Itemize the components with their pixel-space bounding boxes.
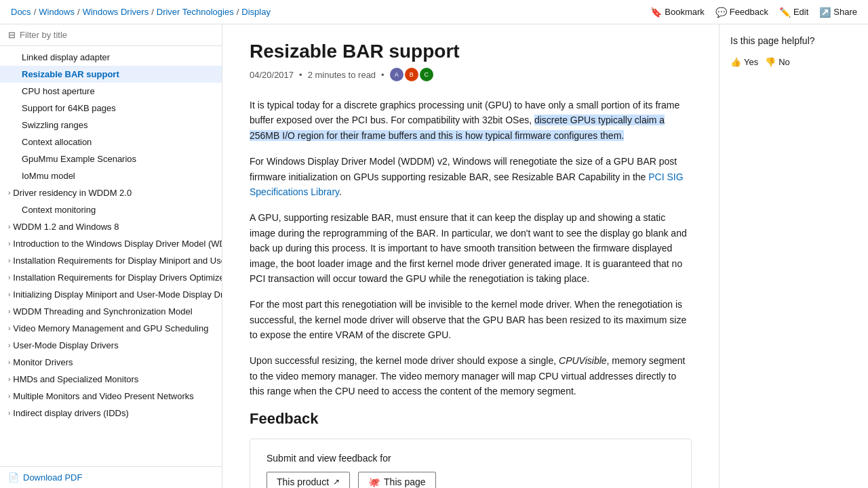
article-meta: 04/20/2017 • 2 minutes to read • A B C (250, 68, 692, 81)
sidebar-item-label: Installation Requirements for Display Dr… (13, 272, 222, 283)
article-paragraph-5: Upon successful resizing, the kernel mod… (250, 353, 692, 399)
download-pdf-label: Download PDF (23, 472, 82, 483)
sidebar-item-support-64kb[interactable]: Support for 64KB pages (0, 100, 222, 117)
share-label: Share (833, 7, 857, 17)
pdf-icon: 📄 (8, 472, 19, 483)
share-icon: ↗️ (819, 7, 831, 18)
sidebar-item-linked-display[interactable]: Linked display adapter (0, 49, 222, 66)
chevron-right-icon: › (8, 189, 10, 197)
feedback-action[interactable]: 💬 Feedback (715, 7, 768, 18)
chevron-right-icon: › (8, 223, 10, 230)
chevron-right-icon: › (8, 240, 10, 247)
feedback-submit-label: Submit and view feedback for (267, 453, 675, 464)
chevron-right-icon: › (8, 392, 10, 400)
breadcrumb-driver-technologies[interactable]: Driver Technologies (157, 7, 234, 17)
breadcrumb-windows-drivers[interactable]: Windows Drivers (83, 7, 149, 17)
article-date: 04/20/2017 (250, 70, 294, 80)
helpful-yes-button[interactable]: 👍 Yes (730, 54, 758, 70)
edit-action[interactable]: ✏️ Edit (779, 7, 808, 18)
sidebar-item-indirect-display[interactable]: ›Indirect display drivers (IDDs) (0, 405, 222, 422)
page-layout: ⊟ Linked display adapterResizable BAR su… (0, 24, 868, 488)
sidebar-item-label: Linked display adapter (22, 52, 110, 62)
chevron-right-icon: › (8, 409, 10, 417)
sidebar-item-threading[interactable]: ›WDDM Threading and Synchronization Mode… (0, 303, 222, 320)
bookmark-icon: 🔖 (650, 7, 662, 18)
article-body: It is typical today for a discrete graph… (250, 98, 692, 399)
share-action[interactable]: ↗️ Share (819, 7, 857, 18)
sidebar-item-label: Support for 64KB pages (22, 103, 116, 113)
sidebar-item-context-alloc[interactable]: Context allocation (0, 134, 222, 150)
sidebar-item-video-memory[interactable]: ›Video Memory Management and GPU Schedul… (0, 320, 222, 337)
sidebar-item-install-req[interactable]: ›Installation Requirements for Display M… (0, 252, 222, 269)
thumbs-up-icon: 👍 (730, 57, 741, 67)
article-read-time: 2 minutes to read (308, 70, 376, 80)
avatar-2: B (405, 68, 418, 81)
breadcrumb-docs[interactable]: Docs (11, 7, 31, 17)
sidebar-item-install-req2[interactable]: ›Installation Requirements for Display D… (0, 269, 222, 286)
pci-sig-link[interactable]: PCI SIG Specifications Library (250, 171, 684, 197)
feedback-icon: 💬 (715, 7, 727, 18)
edit-label: Edit (793, 7, 808, 17)
right-panel: Is this page helpful? 👍 Yes 👎 No (719, 24, 868, 488)
chevron-right-icon: › (8, 274, 10, 281)
sidebar-item-label: Resizable BAR support (22, 69, 119, 79)
sidebar: ⊟ Linked display adapterResizable BAR su… (0, 24, 222, 488)
sidebar-item-label: WDDM 1.2 and Windows 8 (13, 222, 119, 232)
sidebar-item-intro-wddm[interactable]: ›Introduction to the Windows Display Dri… (0, 235, 222, 252)
chevron-right-icon: › (8, 359, 10, 366)
sidebar-item-hmds[interactable]: ›HMDs and Specialized Monitors (0, 371, 222, 388)
sidebar-item-label: Driver residency in WDDM 2.0 (13, 188, 132, 198)
article-title: Resizable BAR support (250, 41, 692, 62)
avatar-1: A (390, 68, 403, 81)
breadcrumb-sep-2: / (77, 7, 80, 17)
sidebar-item-label: Context allocation (22, 137, 92, 147)
sidebar-item-iommu[interactable]: IoMmu model (0, 167, 222, 184)
breadcrumb: Docs / Windows / Windows Drivers / Drive… (11, 7, 271, 17)
sidebar-item-wddm12[interactable]: ›WDDM 1.2 and Windows 8 (0, 218, 222, 235)
filter-icon: ⊟ (8, 30, 16, 40)
product-btn-label: This product (277, 476, 329, 487)
sidebar-item-resizable-bar[interactable]: Resizable BAR support (0, 66, 222, 83)
article-paragraph-1: It is typical today for a discrete graph… (250, 98, 692, 143)
article-paragraph-4: For the most part this renegotiation wil… (250, 297, 692, 342)
chevron-right-icon: › (8, 342, 10, 349)
feedback-label: Feedback (730, 7, 768, 17)
sidebar-item-gpummu[interactable]: GpuMmu Example Scenarios (0, 150, 222, 167)
yes-label: Yes (744, 57, 758, 67)
helpful-buttons: 👍 Yes 👎 No (730, 54, 857, 70)
page-btn-label: This page (384, 476, 425, 487)
sidebar-item-swizzling[interactable]: Swizzling ranges (0, 117, 222, 134)
breadcrumb-windows[interactable]: Windows (39, 7, 75, 17)
external-link-icon: ↗ (333, 477, 340, 487)
article-paragraph-3: A GPU, supporting resizable BAR, must en… (250, 210, 692, 286)
sidebar-item-monitor-drivers[interactable]: ›Monitor Drivers (0, 354, 222, 371)
thumbs-down-icon: 👎 (765, 57, 776, 67)
sidebar-item-label: Swizzling ranges (22, 120, 88, 130)
breadcrumb-sep-3: / (151, 7, 154, 17)
sidebar-item-label: Multiple Monitors and Video Present Netw… (13, 391, 193, 401)
sidebar-item-init-display[interactable]: ›Initializing Display Miniport and User-… (0, 286, 222, 303)
sidebar-item-cpu-host[interactable]: CPU host aperture (0, 83, 222, 100)
chevron-right-icon: › (8, 291, 10, 298)
filter-input[interactable] (20, 30, 214, 40)
sidebar-item-context-monitoring[interactable]: Context monitoring (0, 201, 222, 218)
this-page-button[interactable]: 🐙 This page (358, 472, 435, 488)
bookmark-action[interactable]: 🔖 Bookmark (650, 7, 705, 18)
cpu-visible-text: CPUVisible (559, 355, 607, 366)
sidebar-filter-area[interactable]: ⊟ (0, 24, 222, 46)
feedback-box: Submit and view feedback for This produc… (250, 439, 692, 488)
feedback-section: Feedback Submit and view feedback for Th… (250, 410, 692, 488)
sidebar-item-label: HMDs and Specialized Monitors (13, 374, 138, 384)
breadcrumb-sep-4: / (237, 7, 239, 17)
sidebar-item-driver-residency[interactable]: ›Driver residency in WDDM 2.0 (0, 184, 222, 201)
helpful-no-button[interactable]: 👎 No (765, 54, 790, 70)
this-product-button[interactable]: This product ↗ (267, 472, 350, 488)
sidebar-item-multiple-monitors[interactable]: ›Multiple Monitors and Video Present Net… (0, 388, 222, 405)
edit-icon: ✏️ (779, 7, 791, 18)
sidebar-item-user-mode[interactable]: ›User-Mode Display Drivers (0, 337, 222, 354)
download-pdf-button[interactable]: 📄 Download PDF (0, 466, 222, 488)
feedback-heading: Feedback (250, 410, 692, 428)
sidebar-item-label: GpuMmu Example Scenarios (22, 154, 136, 164)
breadcrumb-display[interactable]: Display (241, 7, 271, 17)
chevron-right-icon: › (8, 308, 10, 315)
